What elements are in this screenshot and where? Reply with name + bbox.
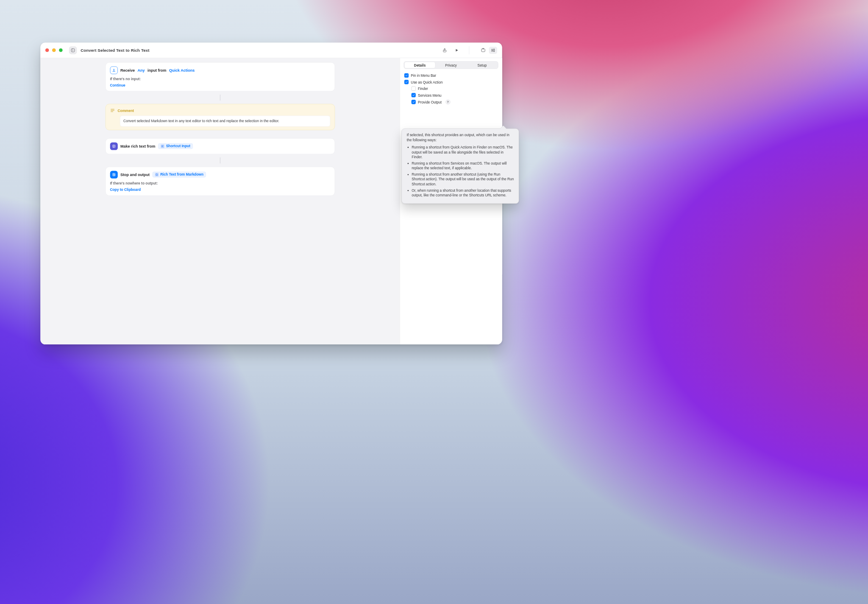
window-title: Convert Selected Text to Rich Text [81,48,150,53]
step-make-rich[interactable]: Make rich text from Shortcut Input [105,138,334,154]
stop-output-chip[interactable]: Rich Text from Markdown [153,172,206,178]
popover-intro: If selected, this shortcut provides an o… [407,133,515,143]
popover-item: Or, when running a shortcut from another… [412,188,514,198]
inspector-tabs: Details Privacy Setup [404,61,498,69]
comment-icon [110,108,115,113]
checkbox-icon [404,80,409,84]
make-rich-input-label: Shortcut Input [166,144,190,148]
inspector-toggle[interactable] [489,47,497,54]
svg-point-3 [494,49,495,50]
check-quick-action-label: Use as Quick Action [411,80,442,84]
checkbox-icon [404,73,409,78]
check-finder-label: Finder [418,87,428,91]
titlebar-divider [469,46,470,54]
shortcut-icon [69,46,77,54]
details-checks: Pin in Menu Bar Use as Quick Action Find… [404,72,498,104]
svg-rect-8 [156,174,158,176]
stop-nowhere-label: If there's nowhere to output: [110,181,330,185]
popover-item: Running a shortcut from Services on macO… [412,161,514,171]
run-button[interactable] [453,47,461,54]
receive-noinput-label: If there's no input: [110,77,330,81]
minimize-button[interactable] [52,48,56,52]
step-comment[interactable]: Comment Convert selected Markdown text i… [105,104,334,130]
help-icon[interactable]: ? [445,100,451,105]
variable-icon [155,173,159,176]
library-toggle[interactable] [479,47,487,54]
help-popover: If selected, this shortcut provides an o… [401,129,519,204]
editor-canvas[interactable]: Receive Any input from Quick Actions If … [40,58,400,344]
comment-title: Comment [117,109,134,113]
check-provide-output-label: Provide Output [418,100,442,104]
check-services-label: Services Menu [418,93,441,97]
titlebar: Convert Selected Text to Rich Text [40,43,502,58]
richtext-icon [110,142,117,150]
stop-output-chip-label: Rich Text from Markdown [160,173,203,177]
receive-noinput-action[interactable]: Continue [110,83,125,87]
checkbox-icon [412,93,416,97]
make-rich-input-chip[interactable]: Shortcut Input [158,143,193,149]
variable-icon [161,144,164,148]
check-quick-action[interactable]: Use as Quick Action [404,80,498,84]
checkbox-icon [412,100,416,104]
tab-details[interactable]: Details [405,62,435,68]
step-stop-output[interactable]: Stop and output Rich Text from Markdown … [105,167,334,196]
popover-item: Running a shortcut from another shortcut… [412,172,514,187]
popover-list: Running a shortcut from Quick Actions in… [407,145,515,198]
close-button[interactable] [45,48,49,52]
zoom-button[interactable] [59,48,62,52]
check-finder[interactable]: Finder [412,87,498,91]
tab-privacy[interactable]: Privacy [436,62,466,68]
popover-item: Running a shortcut from Quick Actions in… [412,145,514,159]
check-provide-output[interactable]: Provide Output ? [412,100,498,105]
make-rich-label: Make rich text from [120,144,156,148]
receive-icon [110,67,117,74]
receive-label-pre: Receive [120,68,135,72]
receive-token-source[interactable]: Quick Actions [169,68,195,72]
stop-output-label: Stop and output [120,172,150,176]
tab-setup[interactable]: Setup [467,62,497,68]
window-controls [45,48,63,52]
svg-point-4 [492,50,492,50]
comment-body[interactable]: Convert selected Markdown text in any te… [120,116,330,126]
connector [220,157,220,163]
check-pin-menubar[interactable]: Pin in Menu Bar [404,73,498,78]
check-pin-menubar-label: Pin in Menu Bar [411,73,436,78]
check-services[interactable]: Services Menu [412,93,498,97]
connector [220,95,220,101]
stop-output-icon [110,171,117,179]
stop-nowhere-action[interactable]: Copy to Clipboard [110,187,141,192]
checkbox-icon [412,87,416,91]
svg-point-5 [494,51,495,52]
share-button[interactable] [441,47,449,54]
step-receive[interactable]: Receive Any input from Quick Actions If … [105,62,334,91]
receive-token-any[interactable]: Any [137,68,145,72]
receive-label-mid: input from [147,68,167,72]
